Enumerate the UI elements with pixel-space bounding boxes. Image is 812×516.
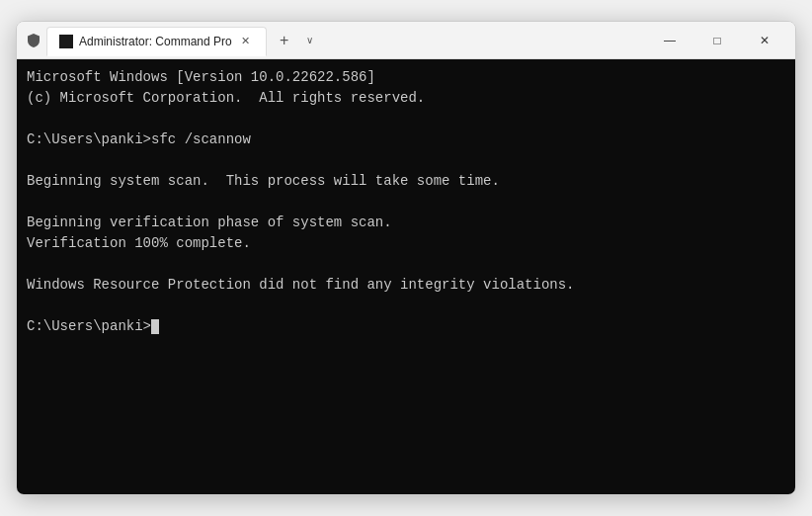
close-button[interactable]: ✕ xyxy=(742,25,787,56)
terminal-line: Beginning verification phase of system s… xyxy=(27,213,785,233)
security-icon xyxy=(25,32,42,49)
tab-label: Administrator: Command Pro xyxy=(79,35,232,48)
terminal-line: Verification 100% complete. xyxy=(27,233,785,254)
dropdown-button[interactable]: ∨ xyxy=(298,29,322,52)
terminal-line xyxy=(27,109,785,129)
maximize-button[interactable]: □ xyxy=(694,25,740,56)
terminal-line: (c) Microsoft Corporation. All rights re… xyxy=(27,88,785,109)
terminal-line: C:\Users\panki> xyxy=(27,316,785,337)
terminal-window: Administrator: Command Pro ✕ + ∨ — □ ✕ M… xyxy=(16,21,796,495)
terminal-cursor xyxy=(151,319,159,334)
terminal-line: Beginning system scan. This process will… xyxy=(27,171,785,192)
tab-close-button[interactable]: ✕ xyxy=(238,34,254,49)
title-bar: Administrator: Command Pro ✕ + ∨ — □ ✕ xyxy=(17,22,795,59)
active-tab[interactable]: Administrator: Command Pro ✕ xyxy=(46,27,267,56)
terminal-line xyxy=(27,254,785,275)
tab-area: Administrator: Command Pro ✕ + ∨ xyxy=(25,26,647,55)
terminal-line: Microsoft Windows [Version 10.0.22622.58… xyxy=(27,67,785,88)
window-controls: — □ ✕ xyxy=(647,25,787,56)
terminal-line: C:\Users\panki>sfc /scannow xyxy=(27,129,785,150)
terminal-line xyxy=(27,192,785,213)
terminal-line: Windows Resource Protection did not find… xyxy=(27,275,785,296)
new-tab-button[interactable]: + xyxy=(271,27,298,54)
terminal-content[interactable]: Microsoft Windows [Version 10.0.22622.58… xyxy=(17,59,795,494)
minimize-button[interactable]: — xyxy=(647,25,692,56)
terminal-line xyxy=(27,296,785,316)
cmd-icon xyxy=(59,35,73,48)
terminal-line xyxy=(27,150,785,171)
